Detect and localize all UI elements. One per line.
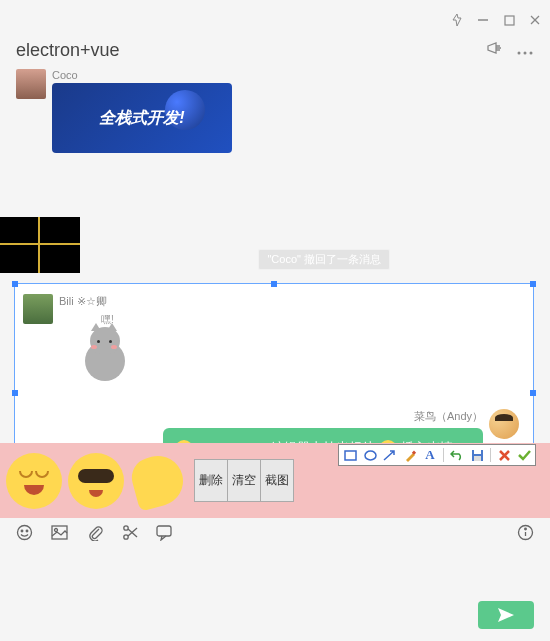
separator xyxy=(443,448,444,462)
emoji-wave-icon[interactable] xyxy=(130,453,186,509)
svg-rect-24 xyxy=(157,526,171,536)
text-tool-icon[interactable]: A xyxy=(423,448,437,462)
message-row: Coco 全栈式开发! xyxy=(16,69,534,153)
resize-handle[interactable] xyxy=(530,281,536,287)
avatar[interactable] xyxy=(16,69,46,99)
announcement-icon[interactable] xyxy=(486,41,504,61)
svg-point-26 xyxy=(525,528,527,530)
more-icon[interactable] xyxy=(516,42,534,60)
chat-title: electron+vue xyxy=(16,40,474,61)
attachment-icon[interactable] xyxy=(86,524,103,541)
svg-line-23 xyxy=(128,528,137,536)
screenshot-button[interactable]: 截图 xyxy=(261,459,294,502)
svg-point-15 xyxy=(18,526,32,540)
save-tool-icon[interactable] xyxy=(470,448,484,462)
confirm-tool-icon[interactable] xyxy=(517,448,531,462)
maximize-icon[interactable] xyxy=(502,13,516,27)
svg-rect-7 xyxy=(345,451,356,460)
image-message[interactable]: 全栈式开发! xyxy=(52,83,232,153)
svg-rect-11 xyxy=(474,450,481,454)
svg-point-5 xyxy=(524,51,527,54)
rect-tool-icon[interactable] xyxy=(343,448,357,462)
pin-icon[interactable] xyxy=(450,13,464,27)
ellipse-tool-icon[interactable] xyxy=(363,448,377,462)
recall-notice: "Coco" 撤回了一条消息 xyxy=(258,249,390,270)
arrow-tool-icon[interactable] xyxy=(383,448,397,462)
sender-name: 菜鸟（Andy） xyxy=(414,409,483,424)
avatar[interactable] xyxy=(489,409,519,439)
input-toolbar xyxy=(16,524,534,541)
resize-handle[interactable] xyxy=(530,390,536,396)
svg-line-22 xyxy=(128,529,137,537)
emoji-icon[interactable] xyxy=(16,524,33,541)
svg-point-6 xyxy=(530,51,533,54)
decorative-pattern xyxy=(0,217,80,273)
sticker-cat[interactable]: 嘿! xyxy=(79,317,139,387)
svg-point-17 xyxy=(26,530,28,532)
emoji-smile-icon[interactable] xyxy=(6,453,62,509)
scissors-icon[interactable] xyxy=(121,524,138,541)
svg-point-21 xyxy=(123,535,127,539)
svg-point-20 xyxy=(123,526,127,530)
close-icon[interactable] xyxy=(528,13,542,27)
brush-tool-icon[interactable] xyxy=(403,448,417,462)
minimize-icon[interactable] xyxy=(476,13,490,27)
send-button[interactable] xyxy=(478,601,534,629)
resize-handle[interactable] xyxy=(12,390,18,396)
svg-point-16 xyxy=(21,530,23,532)
chat-icon[interactable] xyxy=(156,524,173,541)
screenshot-toolbar: A xyxy=(338,444,536,466)
sender-name: Bili ※☆卿 xyxy=(59,294,139,309)
sender-name: Coco xyxy=(52,69,232,81)
emoji-sunglasses-icon[interactable] xyxy=(68,453,124,509)
resize-handle[interactable] xyxy=(271,281,277,287)
svg-rect-18 xyxy=(52,526,67,539)
separator xyxy=(490,448,491,462)
clear-button[interactable]: 清空 xyxy=(228,459,261,502)
delete-button[interactable]: 删除 xyxy=(194,459,228,502)
cancel-tool-icon[interactable] xyxy=(497,448,511,462)
svg-point-4 xyxy=(518,51,521,54)
resize-handle[interactable] xyxy=(12,281,18,287)
svg-point-19 xyxy=(55,529,58,532)
chat-area: Coco 全栈式开发! "Coco" 撤回了一条消息 Bili ※☆卿 嘿! xyxy=(0,69,550,469)
undo-tool-icon[interactable] xyxy=(450,448,464,462)
svg-rect-1 xyxy=(505,16,514,25)
svg-point-8 xyxy=(365,451,376,460)
image-icon[interactable] xyxy=(51,524,68,541)
info-icon[interactable] xyxy=(517,524,534,541)
message-row: Bili ※☆卿 嘿! xyxy=(23,294,139,387)
svg-rect-12 xyxy=(474,456,481,461)
button-group: 删除 清空 截图 xyxy=(194,459,294,502)
avatar[interactable] xyxy=(23,294,53,324)
